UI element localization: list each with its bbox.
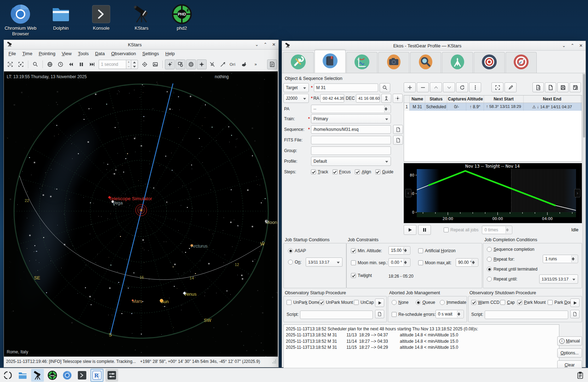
repeat-until-terminated-radio[interactable]: Repeat until terminated (487, 267, 537, 272)
header-name[interactable]: Name (410, 96, 425, 103)
profile-combo[interactable]: Default (311, 157, 391, 166)
tab-align[interactable] (506, 52, 537, 73)
pointing-target-icon[interactable] (140, 59, 150, 69)
time-rewind-icon[interactable] (66, 59, 76, 69)
park-mount-checkbox[interactable]: Park Mount (517, 300, 546, 305)
toggle-supernovae-icon[interactable] (197, 59, 207, 69)
save-schedule-icon[interactable] (557, 82, 569, 92)
menu-observation[interactable]: Observation (109, 50, 138, 57)
scheduler-jobs-table[interactable]: NameStatusCapturesAltitudeNext StartNext… (404, 95, 582, 162)
browse-fits-button[interactable] (393, 135, 403, 145)
run-shutdown-button[interactable] (570, 299, 580, 307)
job-options-kebab-icon[interactable] (469, 82, 481, 92)
minimize-icon[interactable]: ⌄ (562, 43, 566, 48)
menu-help[interactable]: Help (163, 50, 177, 57)
toggle-satellites-icon[interactable] (207, 59, 217, 69)
browse-shutdown-script-button[interactable] (570, 310, 580, 318)
pa-input[interactable]: -- (311, 105, 391, 113)
uncap-checkbox[interactable]: UnCap (354, 300, 374, 305)
constellation-art-icon[interactable] (239, 59, 249, 69)
moon-max-alt-checkbox[interactable]: Moon max alt: (418, 260, 451, 265)
move-job-down-icon[interactable] (443, 82, 455, 92)
shutdown-script-input[interactable] (485, 311, 568, 319)
header-captures[interactable]: Captures (447, 96, 466, 103)
sequence-completion-radio[interactable]: Sequence completion (487, 247, 534, 252)
moon-max-alt-spinbox[interactable]: 90.00 ° (456, 258, 478, 267)
taskbar-clipboard-icon[interactable] (574, 369, 587, 382)
repeat-for-radio[interactable]: Repeat for: (487, 257, 514, 262)
ra-input[interactable]: 00 42 44.35 (320, 94, 344, 103)
menu-pointing[interactable]: Pointing (36, 50, 58, 57)
fit-to-window-icon[interactable] (5, 59, 15, 69)
desktop-icon-konsole[interactable]: Konsole (83, 3, 120, 37)
find-object-icon[interactable] (30, 59, 40, 69)
ekos-titlebar[interactable]: Ekos - TestGear Profile — KStars ⌄ ⌃ ✕ (282, 41, 586, 51)
edit-job-icon[interactable] (505, 82, 517, 92)
timestep-value[interactable]: 1 second (99, 60, 126, 69)
taskbar-chromium-icon[interactable] (61, 369, 74, 382)
train-combo[interactable]: Primary (311, 114, 391, 123)
manual-button[interactable]: i Manual (557, 336, 582, 346)
scheduler-log[interactable]: 2025-11-13T13:18:52 Scheduler plan for t… (283, 324, 559, 374)
load-schedule-icon[interactable] (532, 82, 544, 92)
step-track-checkbox[interactable]: Track (311, 169, 328, 174)
run-startup-button[interactable] (375, 299, 384, 307)
sky-map[interactable]: Telescope SimulatorVegaMoonWArcturusSE16… (4, 71, 278, 357)
header-next-start[interactable]: Next Start (484, 96, 524, 103)
menu-tools[interactable]: Tools (75, 50, 91, 57)
artificial-horizon-checkbox[interactable]: Artificial Horizon (418, 248, 456, 253)
tab-focus[interactable] (410, 52, 441, 73)
startup-script-input[interactable] (300, 311, 373, 319)
select-frame-icon[interactable] (491, 82, 503, 92)
find-object-button[interactable] (380, 83, 390, 92)
timestep-spinbox[interactable]: 1 second+− (99, 60, 138, 69)
epoch-combo[interactable]: J2000 (283, 94, 309, 103)
moon-separation-spinbox[interactable]: 0.00 ° (388, 258, 410, 267)
aborted-immediate-radio[interactable]: Immediate (440, 300, 466, 305)
tab-mount[interactable] (442, 52, 473, 73)
add-job-icon[interactable] (404, 82, 416, 92)
tab-scheduler[interactable] (315, 50, 346, 73)
taskbar-konsole-icon[interactable] (76, 369, 88, 382)
step-align-checkbox[interactable]: Align (355, 169, 371, 174)
step-guide-checkbox[interactable]: Guide (375, 169, 393, 174)
min-altitude-checkbox[interactable]: Min. Altitude: (351, 248, 382, 253)
repeat-until-combo[interactable]: 13/11/25 13:17 (539, 274, 578, 284)
constellation-names-icon[interactable]: Ori (229, 59, 238, 69)
toolbar-overflow-chevron[interactable]: » (252, 59, 261, 69)
toggle-stars-icon[interactable] (165, 59, 175, 69)
tab-capture[interactable] (378, 52, 409, 73)
timestep-plus-minus[interactable]: +− (126, 60, 131, 69)
sequence-input[interactable]: /home/kosmos/M31.esq (311, 125, 391, 134)
repeat-runs-spinbox[interactable]: 1 runs (543, 255, 578, 263)
tab-analyze[interactable]: YX (346, 52, 377, 73)
taskbar-vnc-icon[interactable]: RVNC (91, 369, 103, 382)
group-input[interactable] (311, 146, 391, 155)
reschedule-errors-checkbox[interactable]: Re-schedule errors: (392, 312, 436, 317)
start-date-combo[interactable]: 13/11 13:17 (306, 257, 342, 267)
tab-guide[interactable] (474, 52, 505, 73)
on-date-radio[interactable]: On: (288, 260, 301, 265)
menu-view[interactable]: View (59, 50, 74, 57)
dec-input[interactable]: 41 16 08.60 (356, 94, 380, 103)
aborted-none-radio[interactable]: None (392, 300, 409, 305)
unpark-dome-checkbox[interactable]: UnPark Dome (287, 300, 320, 305)
target-type-combo[interactable]: Target (283, 83, 309, 92)
time-now-icon[interactable] (56, 59, 65, 69)
remove-job-icon[interactable] (417, 82, 429, 92)
repeat-until-radio[interactable]: Repeat until: (487, 277, 517, 282)
fits-input[interactable] (311, 136, 391, 144)
desktop-icon-dolphin[interactable]: Dolphin (42, 3, 79, 37)
toggle-solar-system-icon[interactable] (186, 59, 196, 69)
header-status[interactable]: Status (425, 96, 447, 103)
spin-arrows[interactable] (384, 105, 390, 112)
reschedule-wait-spinbox[interactable]: 0 s wait (436, 310, 464, 318)
center-target-button[interactable] (393, 94, 403, 103)
warm-ccd-checkbox[interactable]: Warm CCD (471, 300, 500, 305)
unpark-mount-checkbox[interactable]: UnPark Mount (319, 300, 353, 305)
resize-grip[interactable] (272, 359, 276, 364)
new-schedule-icon[interactable] (545, 82, 556, 92)
pause-scheduler-button[interactable] (418, 225, 431, 235)
views-icon[interactable] (150, 59, 160, 69)
browse-sequence-button[interactable] (393, 125, 403, 134)
